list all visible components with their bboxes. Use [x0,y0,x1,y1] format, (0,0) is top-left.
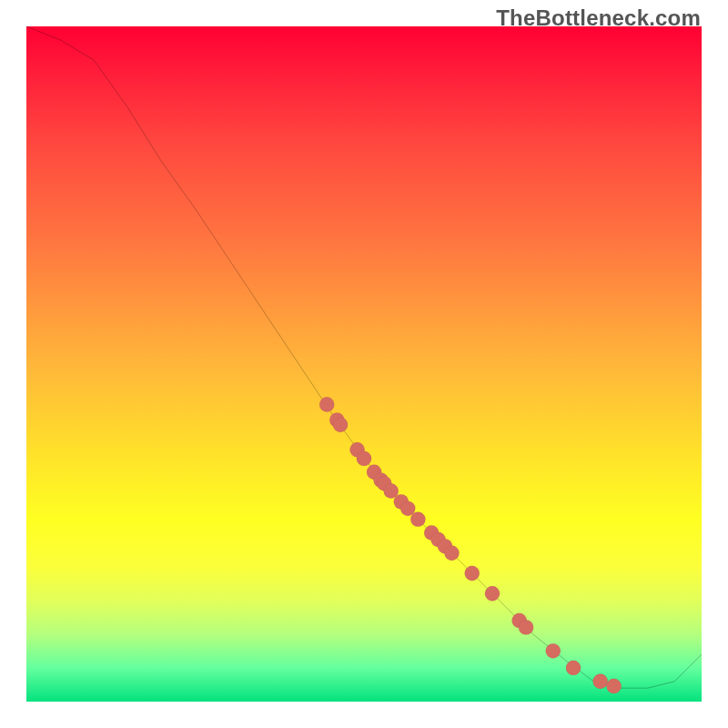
chart-container: TheBottleneck.com [0,0,728,728]
data-point [606,679,621,693]
data-point [357,451,371,466]
data-point [410,511,425,526]
data-point [485,586,500,601]
chart-svg [26,26,702,702]
data-point [593,674,608,689]
data-point [519,620,533,634]
data-point [546,643,561,658]
data-point [444,546,459,561]
data-point [566,661,581,675]
data-point [333,418,348,432]
data-point [465,566,480,581]
data-point [319,397,334,411]
scatter-points [319,397,622,693]
line-series [26,26,702,688]
